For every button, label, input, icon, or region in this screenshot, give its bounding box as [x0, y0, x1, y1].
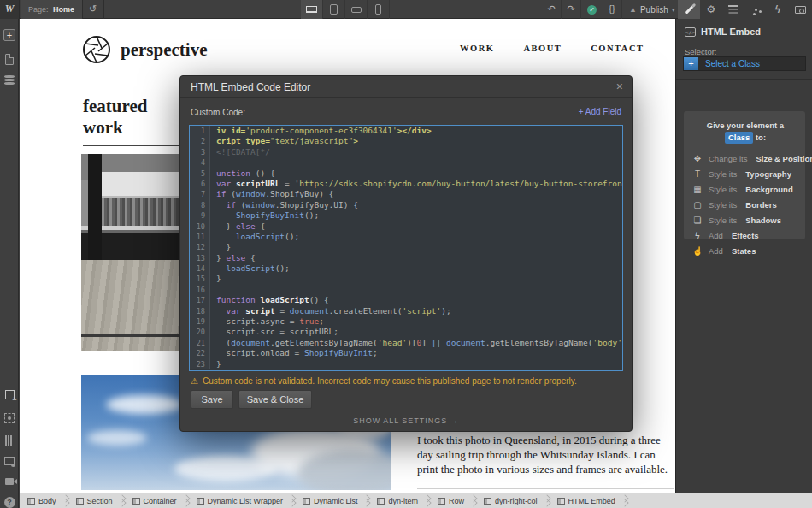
breadcrumb-separator-icon: [119, 493, 125, 508]
panel-tab-style-paintbrush[interactable]: [678, 0, 700, 19]
panel-tab-symbols[interactable]: [744, 0, 767, 19]
close-icon[interactable]: ×: [616, 80, 623, 93]
breadcrumb-separator-icon: [424, 493, 430, 508]
help-icon[interactable]: ?: [0, 493, 19, 508]
code-line: 23}: [190, 359, 622, 369]
help-item-states: ☝AddStates: [692, 243, 798, 258]
line-number: 10: [190, 222, 210, 232]
breadcrumb-item-dynamic-list[interactable]: Dynamic List: [295, 493, 364, 508]
history-icon[interactable]: ↺: [82, 0, 104, 19]
cms-collections-icon[interactable]: [0, 70, 19, 89]
code-token: (: [226, 189, 235, 198]
save-and-close-button[interactable]: Save & Close: [238, 390, 312, 409]
code-text: iv id='product-component-ec3f3064341'></…: [210, 126, 432, 136]
site-brand[interactable]: perspective: [121, 39, 207, 61]
page-selector[interactable]: Page: Home: [21, 0, 83, 19]
help-item-bold-text: Effects: [732, 231, 759, 240]
nav-link-about[interactable]: ABOUT: [523, 44, 562, 53]
breadcrumb-item-section[interactable]: Section: [68, 493, 119, 508]
panel-tabs: ⚙ϟ: [678, 0, 812, 19]
help-item-dim-text: Style its: [709, 169, 737, 179]
code-token: true: [299, 316, 319, 326]
code-line: 7if (window.ShopifyBuy) {: [190, 189, 622, 199]
device-tab-phone-portrait[interactable]: [368, 0, 390, 19]
breadcrumb-item-dynamic-list-wrapper[interactable]: Dynamic List Wrapper: [189, 493, 289, 508]
html-embed-icon: </>: [685, 27, 696, 37]
pages-icon[interactable]: [0, 50, 19, 68]
code-line: 13} else {: [190, 253, 622, 263]
publish-button[interactable]: ▲ Publish ▾: [622, 0, 683, 19]
nav-link-contact[interactable]: CONTACT: [591, 44, 644, 53]
webflow-logo[interactable]: W: [0, 0, 20, 19]
line-number: 16: [190, 285, 210, 295]
preview-borders-icon[interactable]: [0, 452, 19, 470]
code-text: [210, 157, 216, 168]
class-selector-input[interactable]: + Select a Class: [683, 56, 806, 71]
help-item-move: ✥Change itsSize & Position: [692, 151, 798, 166]
code-token: ;: [373, 348, 378, 357]
breadcrumb-item-row[interactable]: Row: [430, 493, 470, 508]
device-tab-tablet[interactable]: [323, 0, 345, 19]
class-help-box: Give your element a Class to: ✥Change it…: [684, 111, 805, 239]
element-breadcrumb-bar: BodySectionContainerDynamic List Wrapper…: [20, 493, 812, 508]
code-text: <![CDATA[*/: [210, 147, 270, 157]
code-token: id=: [231, 126, 245, 135]
breadcrumb-item-dyn-item[interactable]: dyn-item: [369, 493, 424, 508]
device-tab-phone-landscape[interactable]: [345, 0, 368, 19]
code-token: 'https://sdks.shopifycdn.com/buy-button/…: [295, 179, 623, 188]
panel-tab-settings-gear[interactable]: ⚙: [700, 0, 722, 19]
add-class-button[interactable]: +: [684, 57, 698, 70]
nav-link-work[interactable]: WORK: [460, 44, 494, 53]
help-item-bold-text: Size & Position: [756, 154, 812, 163]
line-number: 20: [190, 327, 210, 337]
device-tab-desktop[interactable]: [301, 0, 323, 19]
code-editor-textarea[interactable]: 1iv id='product-component-ec3f3064341'><…: [189, 125, 623, 371]
code-token: loadScript: [236, 232, 285, 241]
code-text: }: [210, 274, 221, 284]
code-line: 19 script.async = true;: [190, 316, 622, 327]
toolbar-right-cluster: ↶ ↷ ✓ {} ▲ Publish ▾: [542, 0, 683, 19]
featured-work-heading[interactable]: featured work: [83, 96, 179, 146]
select-tool-icon[interactable]: [0, 385, 19, 404]
breadcrumb-label: Dynamic List: [314, 497, 358, 505]
code-line: 20 script.src = scriptURL;: [190, 327, 622, 337]
code-text: } else {: [210, 222, 265, 232]
borders-icon: ▢: [692, 200, 703, 210]
video-tutorials-icon[interactable]: [0, 472, 19, 491]
breadcrumb-separator-icon: [289, 493, 295, 508]
help-item-dim-text: Style its: [709, 185, 737, 194]
featured-photo-bw[interactable]: [81, 154, 184, 351]
panel-tab-style-manager[interactable]: [722, 0, 744, 19]
class-badge: Class: [725, 132, 753, 144]
site-nav: WORKABOUTCONTACT: [460, 44, 644, 53]
show-all-settings-link[interactable]: SHOW ALL SETTINGS →: [180, 416, 632, 425]
panel-tab-assets[interactable]: [789, 0, 811, 19]
code-text: var script = document.createElement('scr…: [210, 306, 451, 316]
undo-icon[interactable]: ↶: [542, 0, 562, 19]
breadcrumb-separator-icon: [621, 493, 627, 508]
redo-icon[interactable]: ↷: [562, 0, 581, 19]
line-number: 18: [190, 306, 210, 316]
pages-icon: [5, 54, 14, 65]
breadcrumb-item-dyn-right-col[interactable]: dyn-right-col: [476, 493, 544, 508]
breadcrumb-item-body[interactable]: Body: [20, 493, 62, 508]
save-button[interactable]: Save: [191, 390, 233, 409]
add-element-icon[interactable]: +: [0, 26, 19, 44]
add-field-link[interactable]: + Add Field: [579, 107, 621, 116]
grid-overlay-icon[interactable]: [0, 431, 19, 450]
photo-description-text[interactable]: I took this photo in Queensland, in 2015…: [417, 433, 675, 476]
code-token: document: [290, 306, 329, 316]
breadcrumb-item-html-embed[interactable]: HTML Embed: [550, 493, 621, 508]
dyn-right-col-icon: [484, 498, 491, 505]
symbols-icon: [755, 9, 757, 11]
code-text: (document.getElementsByTagName('head')[0…: [210, 338, 623, 348]
breadcrumb-item-container[interactable]: Container: [125, 493, 183, 508]
panel-tab-interactions-lightning[interactable]: ϟ: [767, 0, 789, 19]
style-paintbrush-icon: [685, 5, 693, 14]
line-number: 11: [190, 232, 210, 242]
xray-mode-icon[interactable]: [0, 409, 19, 428]
code-line: 12 }: [190, 242, 622, 252]
export-code-icon[interactable]: {}: [603, 0, 622, 19]
help-item-shadows: ❏Style itsShadows: [692, 212, 798, 227]
code-token: {: [245, 253, 255, 263]
